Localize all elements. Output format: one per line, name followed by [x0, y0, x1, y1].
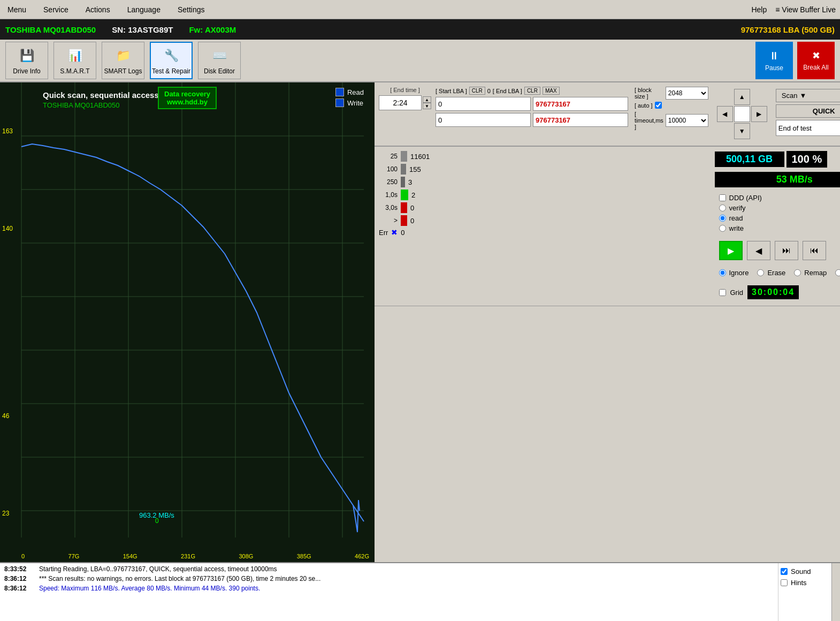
- smart-logs-label: SMART Logs: [104, 67, 142, 75]
- auto-checkbox[interactable]: [655, 102, 662, 109]
- bar-label-gt: >: [379, 217, 398, 224]
- write-radio[interactable]: [719, 225, 726, 232]
- bar-label-25: 25: [379, 153, 398, 160]
- grid-timer-row: Grid 30:00:04: [715, 283, 841, 301]
- legend-write: Write: [335, 99, 364, 107]
- play-button[interactable]: ▶: [719, 241, 743, 260]
- remap-radio[interactable]: [794, 269, 801, 276]
- zero-label: 0: [487, 88, 491, 94]
- menu-item-language[interactable]: Language: [124, 4, 164, 15]
- remap-row: Remap: [794, 269, 827, 277]
- block-size-select[interactable]: 2048: [666, 87, 708, 100]
- erase-radio[interactable]: [757, 269, 764, 276]
- bar-count-1s: 2: [411, 191, 415, 199]
- bar-visual-100: [401, 164, 406, 175]
- disk-editor-button[interactable]: ⌨️ Disk Editor: [198, 42, 241, 79]
- drive-info-button[interactable]: 💾 Drive Info: [5, 42, 48, 79]
- main-content: 163 140 46 23 Quick scan, sequential acc…: [0, 82, 840, 562]
- chart-legend: Read Write: [335, 88, 364, 107]
- end-time-input[interactable]: 2:24: [379, 95, 422, 110]
- end-of-test-select[interactable]: End of test: [776, 120, 840, 136]
- start-lba-cur-field[interactable]: [436, 113, 531, 127]
- bar-visual-3s: [401, 202, 407, 213]
- bar-visual-1s: [401, 190, 408, 200]
- y-label-163: 163: [2, 127, 13, 135]
- err-count: 0: [401, 229, 404, 237]
- log-scrollbar[interactable]: [831, 563, 840, 621]
- chart-x-labels: 0 77G 154G 231G 308G 385G 462G: [21, 553, 369, 559]
- write-label: write: [729, 224, 744, 232]
- ignore-radio[interactable]: [719, 269, 726, 276]
- grid-checkbox[interactable]: [719, 289, 726, 296]
- erase-row: Erase: [757, 269, 785, 277]
- speed-dot: 0: [155, 517, 159, 525]
- smart-button[interactable]: 📊 S.M.A.R.T: [54, 42, 96, 79]
- bar-count-25: 11601: [410, 153, 430, 161]
- end-lba-clr-button[interactable]: CLR: [524, 87, 540, 95]
- break-button[interactable]: ✖ Break All: [797, 42, 835, 79]
- x-label-154g: 154G: [123, 553, 138, 559]
- scan-button[interactable]: Scan ▼: [776, 89, 840, 102]
- bar-visual-25: [401, 151, 407, 162]
- block-size-label: [ block size ]: [635, 87, 663, 100]
- bar-count-3s: 0: [410, 204, 414, 212]
- refresh-radio[interactable]: [835, 269, 840, 276]
- menu-item-service[interactable]: Service: [40, 4, 72, 15]
- menu-item-help[interactable]: Help: [748, 4, 770, 15]
- skip-fwd-button[interactable]: ⏭: [775, 241, 798, 260]
- hints-checkbox[interactable]: [781, 579, 788, 586]
- time-up-button[interactable]: ▲: [423, 96, 431, 103]
- drive-model: TOSHIBA MQ01ABD050: [5, 25, 112, 34]
- bar-label-1s: 1,0s: [379, 191, 398, 199]
- percent-sign: %: [812, 153, 822, 165]
- data-recovery-line2: www.hdd.by: [164, 98, 210, 106]
- write-checkbox[interactable]: [335, 99, 344, 107]
- log-text-2: *** Scan results: no warnings, no errors…: [39, 575, 320, 582]
- timeout-select[interactable]: 10000: [666, 114, 708, 127]
- start-lba-field[interactable]: [436, 97, 531, 111]
- sound-label: Sound: [791, 567, 811, 575]
- menu-item-settings[interactable]: Settings: [174, 4, 208, 15]
- time-down-button[interactable]: ▼: [423, 103, 431, 109]
- nav-right-button[interactable]: ▶: [751, 106, 767, 122]
- read-checkbox[interactable]: [335, 88, 344, 96]
- timeout-label: [ timeout,ms ]: [635, 111, 663, 130]
- bar-visual-250: [401, 177, 405, 187]
- skip-end-button[interactable]: ⏮: [803, 241, 826, 260]
- smart-logs-button[interactable]: 📁 SMART Logs: [102, 42, 144, 79]
- diamond-nav-container: ▲ ◀ ▶ ▼: [715, 87, 769, 141]
- start-lba-clr-button[interactable]: CLR: [469, 87, 485, 95]
- grid-label: Grid: [730, 289, 744, 297]
- verify-row: verify: [719, 204, 841, 212]
- end-lba-field[interactable]: [533, 97, 628, 111]
- view-buffer-live-btn[interactable]: ≡ View Buffer Live: [775, 5, 836, 14]
- read-row: read: [719, 214, 841, 222]
- x-label-308g: 308G: [239, 553, 253, 559]
- test-repair-button[interactable]: 🔧 Test & Repair: [150, 42, 193, 79]
- menu-item-actions[interactable]: Actions: [82, 4, 113, 15]
- nav-up-button[interactable]: ▲: [734, 89, 750, 105]
- log-line-1: 8:33:52 Starting Reading, LBA=0..9767731…: [4, 565, 774, 573]
- menu-item-menu[interactable]: Menu: [4, 4, 29, 15]
- drive-info-bar: TOSHIBA MQ01ABD050 SN: 13ASTG89T Fw: AX0…: [0, 19, 840, 40]
- percent-value: 100: [792, 153, 810, 165]
- nav-left-button[interactable]: ◀: [717, 106, 733, 122]
- read-radio[interactable]: [719, 215, 726, 222]
- pause-icon: ⏸: [769, 50, 780, 62]
- max-button[interactable]: MAX: [543, 87, 560, 95]
- legend-read: Read: [335, 88, 364, 96]
- sn-label: SN:: [112, 25, 126, 34]
- pause-button[interactable]: ⏸ Pause: [755, 42, 793, 79]
- nav-down-button[interactable]: ▼: [734, 123, 750, 139]
- read-label: Read: [347, 88, 364, 96]
- end-lba-cur-field[interactable]: [533, 113, 628, 127]
- sound-checkbox[interactable]: [781, 568, 788, 575]
- menubar: Menu Service Actions Language Settings H…: [0, 0, 840, 19]
- verify-radio[interactable]: [719, 205, 726, 211]
- quick-button[interactable]: QUICK: [776, 104, 840, 118]
- log-text-1: Starting Reading, LBA=0..976773167, QUIC…: [39, 565, 277, 573]
- stop-button[interactable]: ◀: [747, 241, 770, 260]
- ddd-api-checkbox[interactable]: [719, 194, 726, 201]
- capacity-display: 500,11 GB: [715, 152, 784, 167]
- log-area: 8:33:52 Starting Reading, LBA=0..9767731…: [0, 562, 840, 621]
